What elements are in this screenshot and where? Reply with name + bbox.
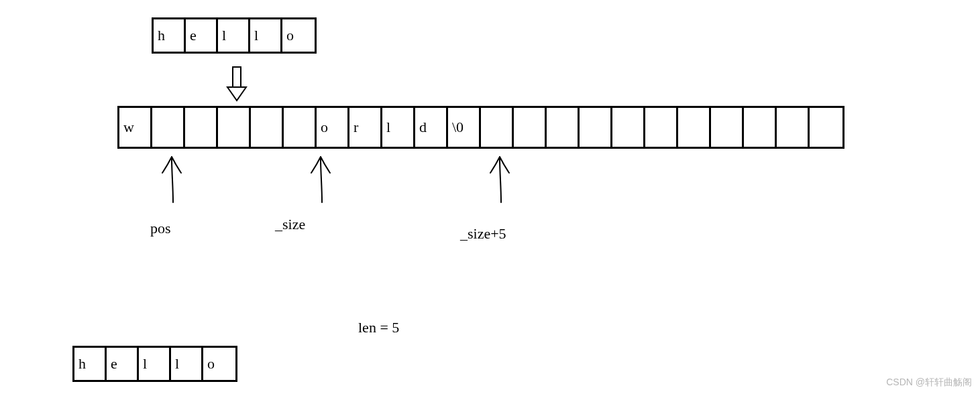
cell: o bbox=[203, 348, 235, 380]
size-plus-label: _size+5 bbox=[460, 225, 506, 243]
cell bbox=[711, 108, 744, 147]
cell bbox=[185, 108, 218, 147]
cell: l bbox=[139, 348, 171, 380]
bottom-hello-array: h e l l o bbox=[72, 346, 237, 382]
cell bbox=[284, 108, 317, 147]
cell bbox=[218, 108, 251, 147]
cell: o bbox=[282, 19, 315, 52]
cell bbox=[547, 108, 580, 147]
cell: h bbox=[154, 19, 186, 52]
up-arrow-icon bbox=[158, 153, 185, 206]
len-label: len = 5 bbox=[358, 319, 399, 336]
cell bbox=[481, 108, 514, 147]
cell bbox=[678, 108, 711, 147]
cell bbox=[810, 108, 842, 147]
cell bbox=[612, 108, 645, 147]
cell: e bbox=[107, 348, 139, 380]
cell: r bbox=[349, 108, 382, 147]
cell bbox=[514, 108, 547, 147]
cell: h bbox=[74, 348, 107, 380]
watermark: CSDN @轩轩曲觞阁 bbox=[886, 377, 972, 389]
cell: l bbox=[171, 348, 203, 380]
up-arrow-icon bbox=[307, 153, 334, 206]
cell bbox=[777, 108, 810, 147]
svg-marker-1 bbox=[227, 87, 246, 101]
cell bbox=[152, 108, 185, 147]
cell: d bbox=[415, 108, 448, 147]
cell: l bbox=[218, 19, 250, 52]
cell bbox=[251, 108, 284, 147]
top-hello-array: h e l l o bbox=[152, 17, 317, 54]
cell bbox=[645, 108, 678, 147]
cell: l bbox=[382, 108, 415, 147]
cell: w bbox=[119, 108, 152, 147]
cell bbox=[744, 108, 777, 147]
cell: \0 bbox=[448, 108, 481, 147]
down-arrow-icon bbox=[223, 66, 250, 106]
cell: o bbox=[317, 108, 349, 147]
size-label: _size bbox=[275, 216, 305, 233]
svg-rect-0 bbox=[233, 67, 241, 88]
cell bbox=[580, 108, 612, 147]
cell: e bbox=[186, 19, 218, 52]
cell: l bbox=[250, 19, 282, 52]
long-array: w o r l d \0 bbox=[117, 106, 845, 149]
pos-label: pos bbox=[150, 220, 171, 237]
up-arrow-icon bbox=[486, 153, 513, 206]
